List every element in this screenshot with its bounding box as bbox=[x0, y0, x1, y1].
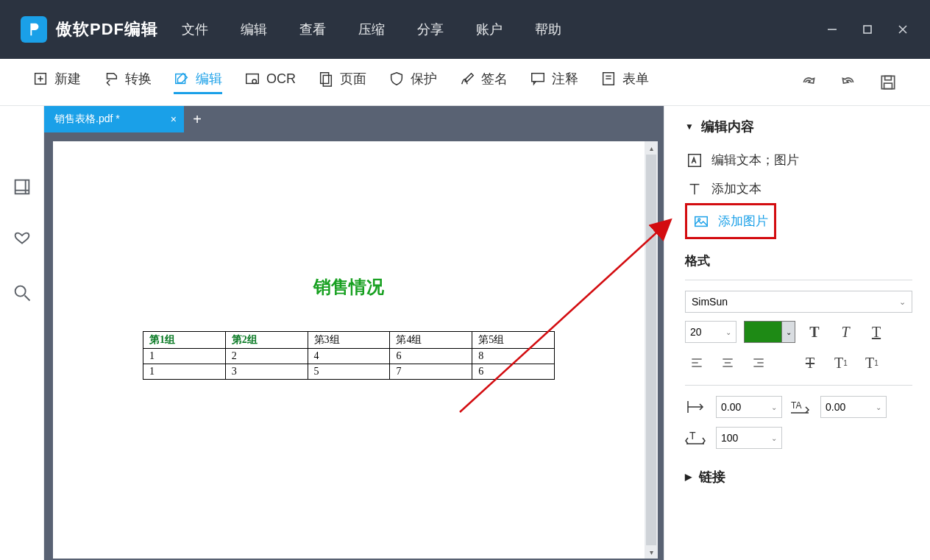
format-header: 格式 bbox=[685, 252, 912, 269]
menu-view[interactable]: 查看 bbox=[299, 21, 326, 38]
tool-page-label: 页面 bbox=[340, 70, 366, 88]
tool-ocr-label: OCR bbox=[266, 71, 296, 87]
edit-text-images-row[interactable]: 编辑文本；图片 bbox=[685, 146, 912, 174]
table-header: 第5组 bbox=[472, 332, 555, 349]
app-logo-icon bbox=[21, 16, 47, 43]
scroll-up-icon[interactable]: ▴ bbox=[645, 141, 658, 155]
char-spacing-value: 0.00 bbox=[721, 401, 741, 413]
canvas-viewport[interactable]: 销售情况 第1组 第2组 第3组 第4组 第5组 1 2 4 bbox=[44, 132, 664, 560]
bold-icon[interactable]: T bbox=[803, 320, 826, 344]
svg-rect-18 bbox=[884, 83, 892, 89]
search-icon[interactable] bbox=[12, 283, 32, 303]
table-row: 1 3 5 7 6 bbox=[143, 364, 555, 380]
vertical-scrollbar[interactable]: ▴ ▾ bbox=[645, 141, 658, 559]
app-title: 傲软PDF编辑 bbox=[56, 18, 158, 40]
main-menu: 文件 编辑 查看 压缩 分享 账户 帮助 bbox=[182, 21, 561, 38]
document-tab[interactable]: 销售表格.pdf * × bbox=[44, 106, 184, 132]
toolbar: 新建 转换 编辑 OCR 页面 保护 签名 注释 表单 bbox=[0, 59, 930, 106]
scale-icon: T bbox=[685, 429, 709, 447]
align-left-icon[interactable] bbox=[685, 351, 709, 375]
svg-rect-10 bbox=[321, 73, 329, 84]
left-sidebar bbox=[0, 106, 44, 560]
svg-line-23 bbox=[24, 296, 29, 301]
font-value: SimSun bbox=[692, 296, 728, 308]
menu-help[interactable]: 帮助 bbox=[535, 21, 561, 38]
tab-close-icon[interactable]: × bbox=[171, 113, 177, 125]
line-spacing-select[interactable]: 0.00⌄ bbox=[820, 396, 887, 418]
tool-edit[interactable]: 编辑 bbox=[174, 70, 222, 94]
tool-ocr[interactable]: OCR bbox=[244, 71, 296, 93]
new-tab-button[interactable]: + bbox=[184, 106, 210, 132]
menu-account[interactable]: 账户 bbox=[476, 21, 503, 38]
tool-convert[interactable]: 转换 bbox=[103, 70, 152, 94]
link-header[interactable]: ▶链接 bbox=[685, 468, 912, 486]
table-cell: 7 bbox=[390, 364, 472, 380]
tool-sign[interactable]: 签名 bbox=[459, 70, 508, 94]
page-heading: 销售情况 bbox=[56, 144, 642, 299]
char-spacing-select[interactable]: 0.00⌄ bbox=[716, 396, 782, 418]
svg-rect-11 bbox=[323, 75, 331, 86]
sales-table: 第1组 第2组 第3组 第4组 第5组 1 2 4 6 8 bbox=[143, 331, 555, 380]
bookmark-icon[interactable] bbox=[12, 230, 32, 250]
line-spacing-icon: TA bbox=[789, 398, 813, 416]
align-center-icon[interactable] bbox=[716, 351, 739, 375]
edit-content-title: 编辑内容 bbox=[701, 118, 754, 135]
subscript-icon[interactable]: T1 bbox=[860, 351, 884, 375]
menu-share[interactable]: 分享 bbox=[417, 21, 444, 38]
add-text-row[interactable]: 添加文本 bbox=[685, 174, 912, 203]
tool-form[interactable]: 表单 bbox=[600, 70, 649, 94]
table-header: 第2组 bbox=[225, 332, 308, 349]
tool-new[interactable]: 新建 bbox=[32, 70, 81, 94]
document-area: 销售表格.pdf * × + 销售情况 第1组 第2组 第3组 第4组 第5组 bbox=[44, 106, 664, 560]
save-icon[interactable] bbox=[878, 73, 898, 92]
maximize-icon[interactable] bbox=[861, 23, 874, 36]
link-title: 链接 bbox=[699, 468, 725, 486]
add-image-label: 添加图片 bbox=[718, 213, 768, 230]
redo-icon[interactable] bbox=[799, 73, 818, 92]
table-cell: 1 bbox=[143, 349, 226, 364]
scroll-down-icon[interactable]: ▾ bbox=[645, 545, 658, 559]
titlebar: 傲软PDF编辑 文件 编辑 查看 压缩 分享 账户 帮助 bbox=[0, 0, 930, 59]
font-color-picker[interactable]: ⌄ bbox=[744, 321, 795, 343]
scale-select[interactable]: 100⌄ bbox=[716, 427, 782, 449]
font-select[interactable]: SimSun⌄ bbox=[685, 291, 912, 313]
svg-rect-27 bbox=[695, 216, 708, 226]
line-spacing-value: 0.00 bbox=[826, 401, 845, 413]
italic-icon[interactable]: T bbox=[834, 320, 857, 344]
svg-point-9 bbox=[252, 79, 257, 84]
chevron-down-icon[interactable]: ⌄ bbox=[781, 322, 795, 342]
strikethrough-icon[interactable]: T bbox=[798, 351, 822, 375]
menu-file[interactable]: 文件 bbox=[182, 21, 208, 38]
tool-annotate-label: 注释 bbox=[552, 70, 578, 88]
table-header: 第3组 bbox=[308, 332, 390, 349]
tool-protect[interactable]: 保护 bbox=[388, 70, 437, 94]
add-image-row[interactable]: 添加图片 bbox=[685, 203, 776, 239]
table-cell: 6 bbox=[390, 349, 472, 364]
undo-icon[interactable] bbox=[839, 73, 858, 92]
chevron-down-icon: ⌄ bbox=[725, 328, 731, 336]
divider bbox=[685, 280, 912, 280]
align-right-icon[interactable] bbox=[747, 351, 770, 375]
superscript-icon[interactable]: T1 bbox=[829, 351, 853, 375]
minimize-icon[interactable] bbox=[826, 23, 839, 36]
tool-annotate[interactable]: 注释 bbox=[530, 70, 578, 94]
pdf-page[interactable]: 销售情况 第1组 第2组 第3组 第4组 第5组 1 2 4 bbox=[56, 144, 642, 556]
document-tab-label: 销售表格.pdf * bbox=[54, 113, 120, 126]
menu-compress[interactable]: 压缩 bbox=[358, 21, 385, 38]
underline-icon[interactable]: T bbox=[865, 320, 888, 344]
document-tabbar: 销售表格.pdf * × + bbox=[44, 106, 664, 132]
tool-convert-label: 转换 bbox=[125, 70, 152, 88]
tool-protect-label: 保护 bbox=[411, 70, 437, 88]
font-size-select[interactable]: 20⌄ bbox=[685, 321, 736, 343]
close-icon[interactable] bbox=[896, 23, 909, 36]
menu-edit[interactable]: 编辑 bbox=[241, 21, 267, 38]
edit-content-header[interactable]: ▼编辑内容 bbox=[685, 118, 912, 135]
tool-page[interactable]: 页面 bbox=[318, 70, 366, 94]
thumbnails-icon[interactable] bbox=[12, 177, 32, 197]
tool-form-label: 表单 bbox=[622, 70, 649, 88]
table-cell: 2 bbox=[225, 349, 308, 364]
window-controls bbox=[826, 23, 918, 36]
svg-rect-12 bbox=[532, 74, 544, 82]
chevron-down-icon: ⌄ bbox=[771, 434, 777, 442]
table-row: 1 2 4 6 8 bbox=[143, 349, 555, 364]
